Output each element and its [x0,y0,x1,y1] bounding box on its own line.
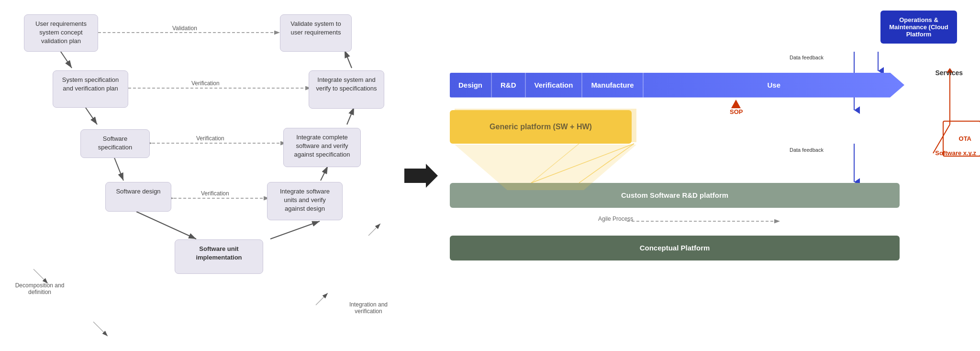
svg-line-6 [136,212,196,239]
agile-process-label: Agile Process [598,215,633,222]
platform-arrows [445,6,971,346]
svg-line-4 [85,106,97,125]
sw-spec-box: Software specification [80,129,150,158]
integrate-units-box: Integrate software units and verify agai… [267,182,343,220]
platform-diagram: Operations & Maintenance (Cloud Platform… [445,6,980,346]
svg-line-3 [60,50,72,68]
v-model-arrows [10,6,402,346]
svg-line-30 [579,144,634,183]
validation-label: Validation [172,25,197,32]
integ-label: Integration and verification [342,301,395,315]
conceptual-platform-box: Conceptual Platform [450,236,900,260]
svg-line-10 [345,50,352,68]
verification-label-1: Verification [191,80,220,87]
svg-line-18 [316,293,328,305]
integrate-sys-box: Integrate system and verify to specifica… [309,70,384,109]
sw-version-label: Software x.y.z [935,149,976,157]
transition-arrow [402,161,440,190]
verification-label-2: Verification [196,135,224,142]
user-req-box: User requirements system concept validat… [24,14,98,52]
sw-design-box: Software design [105,182,171,212]
main-container: User requirements system concept validat… [0,0,980,351]
svg-line-9 [347,107,354,125]
svg-line-17 [368,224,380,236]
ops-box: Operations & Maintenance (Cloud Platform [880,11,957,44]
v-model-diagram: User requirements system concept validat… [10,6,402,346]
custom-software-box: Custom Software R&D platform [450,183,900,208]
validate-sys-box: Validate system to user requirements [280,14,352,52]
lifecycle-design: Design [450,73,492,98]
lifecycle-bar: Design R&D Verification Manufacture Use [450,73,904,98]
svg-marker-19 [404,164,438,188]
verification-label-3: Verification [201,190,229,197]
sop-triangle [731,100,741,108]
data-feedback-2: Data feedback [790,147,824,153]
lifecycle-use: Use [644,73,904,98]
svg-line-29 [531,144,634,183]
data-feedback-1: Data feedback [790,55,824,60]
lifecycle-verification: Verification [526,73,583,98]
svg-line-7 [270,221,320,239]
ota-label: OTA [959,135,971,142]
svg-line-15 [33,269,48,283]
lifecycle-rd: R&D [492,73,526,98]
services-label: Services [935,69,963,77]
svg-line-31 [531,144,579,183]
decomp-label: Decomposition and definition [13,282,66,295]
svg-line-5 [114,157,123,181]
sw-unit-box: Software unit implementation [175,239,263,274]
svg-line-16 [93,322,108,336]
lifecycle-manufacture: Manufacture [582,73,643,98]
integrate-sw-box: Integrate complete software and verify a… [283,128,361,167]
sys-spec-box: System specification and verification pl… [53,70,128,108]
svg-line-8 [321,166,328,181]
generic-platform-box: Generic platform (SW + HW) [450,110,632,144]
sop-label: SOP [730,108,743,115]
